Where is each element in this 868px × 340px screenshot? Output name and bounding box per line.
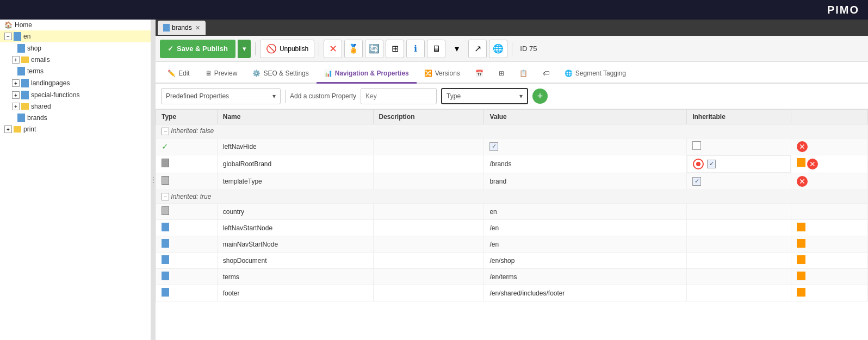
desc-cell-globalrootbrand: [373, 155, 484, 173]
tab-extra-1[interactable]: 📅: [468, 64, 491, 84]
folder-icon-emails: [21, 56, 29, 63]
collapse-inherited-false[interactable]: −: [162, 128, 169, 135]
type-dropdown-arrow: ▾: [519, 92, 523, 100]
doc-blue-terms-icon: [162, 272, 169, 280]
delete-globalrootbrand[interactable]: ✕: [807, 159, 818, 169]
action-cell-globalrootbrand: ✕: [791, 155, 867, 173]
expand-print[interactable]: +: [4, 125, 12, 133]
sidebar-item-home[interactable]: 🏠 Home: [0, 20, 151, 30]
grid-btn[interactable]: ⊞: [386, 40, 404, 58]
table-row: country en: [156, 204, 868, 220]
sidebar-item-shared[interactable]: + shared: [0, 101, 151, 112]
tab-versions[interactable]: 🔀 Versions: [417, 64, 468, 84]
sidebar-item-shop[interactable]: shop: [0, 42, 151, 54]
tab-extra-2[interactable]: ⊞: [491, 64, 512, 84]
group-inherited-false: − Inherited: false: [156, 124, 868, 138]
nav-icon: 📊: [324, 70, 332, 77]
save-publish-label: Save & Publish: [177, 45, 228, 53]
table-row: leftNavStartNode /en: [156, 220, 868, 236]
resize-handle[interactable]: ⋮: [151, 20, 156, 340]
tab-seo[interactable]: ⚙️ SEO & Settings: [245, 64, 316, 84]
type-cell-mainnavstartnode: [156, 236, 218, 253]
inherit-cell-globalrootbrand: [687, 155, 790, 173]
toolbar-divider-2: [319, 42, 319, 55]
sidebar-brands-label: brands: [27, 114, 47, 122]
monitor-dropdown[interactable]: ▾: [448, 40, 466, 58]
tab-extra-3[interactable]: 📋: [512, 64, 535, 84]
external-link-btn[interactable]: ↗: [468, 40, 487, 58]
link-globalrootbrand[interactable]: [797, 158, 805, 167]
save-publish-dropdown[interactable]: ▾: [238, 40, 251, 58]
info-btn[interactable]: ℹ: [406, 40, 425, 58]
globe-btn[interactable]: 🌐: [489, 40, 507, 58]
inherit-checkbox-templatetype[interactable]: [692, 177, 701, 186]
tab-close-btn[interactable]: ✕: [195, 24, 200, 32]
sidebar-special-functions-label: special-functions: [31, 91, 79, 99]
expand-special-functions[interactable]: +: [12, 91, 20, 99]
tab-versions-label: Versions: [435, 70, 460, 77]
tab-preview[interactable]: 🖥 Preview: [197, 64, 245, 84]
type-cell-templatetype: [156, 173, 218, 190]
name-cell-templatetype: templateType: [217, 173, 373, 190]
link-terms[interactable]: [797, 272, 805, 280]
value-cell-mainnavstartnode: /en: [484, 236, 687, 253]
tab-extra-4[interactable]: 🏷: [535, 64, 557, 84]
inherit-cell-country: [687, 204, 791, 220]
sidebar-item-emails[interactable]: + emails: [0, 54, 151, 65]
link-leftnavstartnode[interactable]: [797, 223, 805, 231]
delete-leftnavhide[interactable]: ✕: [797, 141, 808, 152]
link-shopdocument[interactable]: [797, 255, 805, 264]
collapse-inherited-true[interactable]: −: [162, 193, 169, 200]
close-btn[interactable]: ✕: [324, 40, 342, 58]
sidebar-item-brands[interactable]: brands: [0, 112, 151, 124]
sidebar-item-en[interactable]: − en: [0, 30, 151, 42]
tab-navigation[interactable]: 📊 Navigation & Properties: [317, 64, 417, 84]
sidebar-item-print[interactable]: + print: [0, 124, 151, 135]
type-select[interactable]: Type ▾: [441, 88, 528, 104]
doc-icon-brands: [17, 114, 25, 122]
tab-bar: brands ✕: [156, 20, 868, 36]
link-footer[interactable]: [797, 288, 805, 297]
link-mainnavstartnode[interactable]: [797, 239, 805, 248]
inherit-checkbox-globalrootbrand[interactable]: [707, 160, 716, 168]
desc-cell-templatetype: [373, 173, 484, 190]
tab-segment[interactable]: 🌐 Segment Tagging: [557, 64, 634, 84]
id-label: ID 75: [520, 45, 537, 53]
extra1-icon: 📅: [475, 70, 483, 77]
extra2-icon: ⊞: [499, 70, 504, 77]
home-icon: 🏠: [4, 21, 13, 29]
key-input[interactable]: [361, 88, 437, 104]
expand-emails[interactable]: +: [12, 56, 20, 64]
expand-shared[interactable]: +: [12, 103, 20, 110]
toolbar-divider-3: [512, 42, 512, 55]
inherit-cell-shopdocument: [687, 253, 791, 269]
filter-divider: [285, 90, 286, 103]
expand-landingpages[interactable]: +: [12, 79, 20, 87]
inherit-checkbox-leftnavhide[interactable]: [692, 141, 701, 150]
inherit-cell-mainnavstartnode: [687, 236, 791, 253]
add-property-button[interactable]: +: [532, 89, 548, 104]
name-cell-mainnavstartnode: mainNavStartNode: [217, 236, 373, 253]
predefined-properties-select[interactable]: Predefined Properties ▾: [161, 88, 281, 104]
type-cell-country: [156, 204, 218, 220]
name-cell-footer: footer: [217, 285, 373, 301]
delete-templatetype[interactable]: ✕: [797, 176, 808, 187]
refresh-btn[interactable]: 🔄: [365, 40, 383, 58]
tab-edit[interactable]: ✏️ Edit: [160, 64, 197, 84]
tab-brands[interactable]: brands ✕: [158, 21, 206, 35]
doc-grey-type-icon: [162, 176, 169, 185]
col-value: Value: [484, 110, 687, 124]
target-globalrootbrand[interactable]: [693, 159, 704, 169]
action-cell-country: [791, 204, 867, 220]
sidebar-item-terms[interactable]: terms: [0, 65, 151, 77]
sidebar-item-landingpages[interactable]: + landingpages: [0, 77, 151, 89]
expand-en[interactable]: −: [4, 33, 12, 40]
sidebar-item-special-functions[interactable]: + special-functions: [0, 89, 151, 101]
save-publish-button[interactable]: ✓ Save & Publish: [160, 40, 235, 58]
sidebar: 🏠 Home − en shop + emails terms +: [0, 20, 151, 340]
value-checkbox-leftnavhide[interactable]: [489, 142, 498, 151]
doc-blue-shopdocument-icon: [162, 255, 169, 264]
trophy-btn[interactable]: 🏅: [344, 40, 363, 58]
unpublish-button[interactable]: 🚫 Unpublish: [260, 40, 314, 58]
monitor-btn[interactable]: 🖥: [427, 40, 445, 58]
